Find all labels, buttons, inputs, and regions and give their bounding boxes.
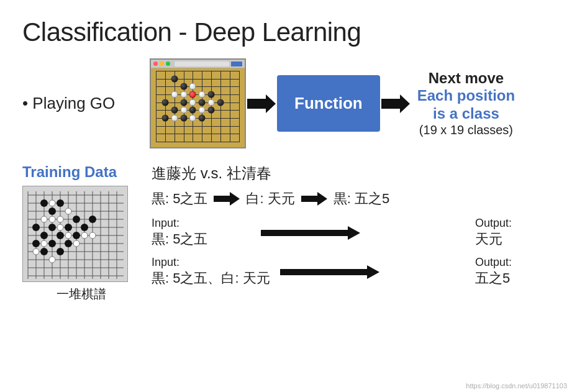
svg-point-46 [65,208,71,214]
pair2-input-label: Input: [152,256,270,269]
pair2-output-label: Output: [475,256,550,269]
move-black1: 黒: 5之五 [152,189,207,208]
bottom-section: Training Data [22,163,550,303]
pair1-arrow [261,225,465,241]
svg-point-48 [65,232,71,239]
move-black2: 黒: 五之5 [334,189,389,208]
svg-point-35 [48,240,56,247]
board-to-function-arrow [246,91,277,116]
svg-point-33 [32,224,40,231]
svg-point-26 [48,207,56,215]
svg-marker-57 [261,226,360,240]
svg-point-31 [65,224,72,231]
training-board-image [22,186,128,282]
pair1-input-value: 黒: 5之五 [152,230,251,248]
go-board-image [150,58,246,148]
svg-point-40 [57,248,64,255]
svg-point-25 [40,199,48,207]
pair1-input-label: Input: [152,217,251,230]
training-pairs: Input: 黒: 5之五 Output: 天元 [152,217,550,288]
pair2-arrow [280,264,465,280]
svg-point-49 [81,232,88,239]
svg-point-52 [33,248,39,255]
svg-point-50 [73,240,79,247]
svg-point-45 [49,216,55,222]
pair1-output-label: Output: [475,217,550,230]
svg-point-37 [81,224,88,231]
svg-point-29 [40,232,48,239]
output-section: Next move Each position is a class (19 x… [417,70,515,137]
svg-marker-56 [301,192,327,206]
classes-count-label: (19 x 19 classes) [417,123,515,137]
next-move-label: Next move [417,70,515,87]
pair1-input: Input: 黒: 5之五 [152,217,251,248]
move-white1: 白: 天元 [246,189,294,208]
move-arrow-1 [214,191,240,207]
pair2-output: Output: 五之5 [475,256,550,288]
pair2-input-value: 黒: 5之五、白: 天元 [152,269,270,288]
svg-point-43 [41,216,47,222]
training-data-column: Training Data [22,163,140,303]
top-section: • Playing GO [22,58,550,148]
pair-row-2: Input: 黒: 5之五、白: 天元 Output: 五之5 [152,256,550,288]
svg-marker-58 [280,265,379,279]
svg-marker-0 [247,94,276,113]
svg-point-39 [73,232,80,239]
pair1-output: Output: 天元 [475,217,550,248]
svg-point-51 [41,240,47,247]
function-to-output-arrow [380,91,411,116]
data-column: 進藤光 v.s. 社清春 黒: 5之五 白: 天元 黒: 五之5 [152,163,550,288]
svg-point-28 [48,224,56,231]
each-position-label: Each position is a class [417,87,515,123]
watermark: https://blog.csdn.net/u019871103 [466,382,567,390]
svg-point-44 [57,216,63,222]
svg-point-42 [49,200,55,206]
svg-marker-1 [381,94,410,113]
svg-point-53 [49,257,55,263]
training-data-title: Training Data [22,163,140,181]
pair2-output-value: 五之5 [475,269,550,288]
match-title: 進藤光 v.s. 社清春 [152,163,550,183]
slide: Classification - Deep Learning • Playing… [0,0,572,392]
svg-point-36 [65,240,72,247]
svg-point-30 [57,232,64,239]
playing-go-label: • Playing GO [22,94,131,113]
move-arrow-2 [301,191,327,207]
svg-marker-55 [214,192,240,206]
kifu-label: 一堆棋譜 [22,286,140,303]
svg-point-27 [57,199,64,207]
function-box: Function [277,75,380,132]
svg-point-34 [32,240,40,247]
svg-point-38 [89,216,96,223]
svg-point-47 [57,224,63,230]
slide-title: Classification - Deep Learning [22,17,550,47]
pair2-input: Input: 黒: 5之五、白: 天元 [152,256,270,288]
svg-point-41 [40,248,48,255]
svg-point-32 [73,216,80,223]
moves-row: 黒: 5之五 白: 天元 黒: 五之5 [152,189,550,208]
pair-row-1: Input: 黒: 5之五 Output: 天元 [152,217,550,248]
svg-point-54 [89,232,96,239]
pair1-output-value: 天元 [475,230,550,248]
